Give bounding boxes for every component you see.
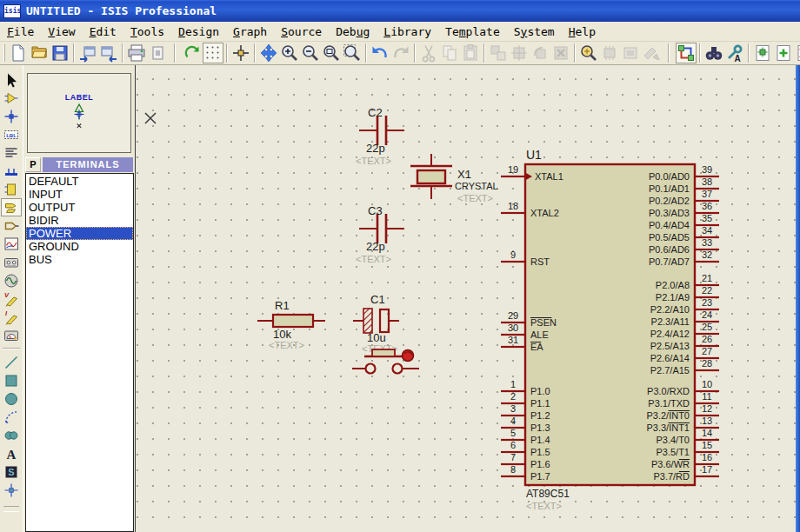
menu-system[interactable]: System bbox=[507, 23, 562, 40]
svg-text:8: 8 bbox=[510, 464, 516, 475]
device-pins-icon bbox=[3, 218, 19, 234]
text-script-mode-button[interactable] bbox=[1, 143, 22, 162]
menu-edit[interactable]: Edit bbox=[83, 23, 123, 40]
svg-text:S: S bbox=[8, 467, 14, 477]
schematic-canvas[interactable]: C222p<TEXT>C322p<TEXT>X1CRYSTAL<TEXT>R11… bbox=[135, 65, 796, 532]
preview-pane: LABEL bbox=[27, 73, 131, 153]
2d-box-mode-button[interactable] bbox=[1, 371, 22, 389]
redraw-icon bbox=[183, 43, 202, 63]
svg-text:27: 27 bbox=[702, 346, 712, 356]
svg-text:P3.1/TXD: P3.1/TXD bbox=[648, 398, 690, 409]
junction-dot-mode-button[interactable] bbox=[1, 107, 22, 125]
property-assignment-button[interactable]: A bbox=[724, 43, 745, 63]
component-mode-button[interactable] bbox=[1, 89, 22, 107]
menu-file[interactable]: File bbox=[0, 23, 41, 40]
pan-icon bbox=[259, 43, 278, 63]
terminals-mode-button[interactable] bbox=[1, 198, 22, 216]
2d-arc-mode-button[interactable] bbox=[1, 408, 22, 426]
2d-symbol-mode-button[interactable]: S bbox=[1, 462, 22, 481]
tape-recorder-mode-button[interactable] bbox=[1, 253, 22, 271]
terminal-item-power[interactable]: POWER bbox=[26, 227, 133, 240]
toolbar-separator bbox=[174, 43, 176, 63]
false-origin-button[interactable] bbox=[230, 43, 251, 63]
component-C2[interactable]: C222p<TEXT> bbox=[356, 106, 404, 166]
zoom-in-button[interactable] bbox=[279, 43, 300, 63]
2d-text-mode-button[interactable]: A bbox=[1, 444, 22, 462]
svg-text:P3.2/INT0: P3.2/INT0 bbox=[646, 410, 690, 421]
toggle-grid-button[interactable] bbox=[203, 43, 223, 63]
2d-circle-icon bbox=[3, 391, 19, 407]
menu-view[interactable]: View bbox=[41, 23, 82, 40]
import-section-button[interactable] bbox=[77, 43, 98, 63]
voltage-probe-mode-button[interactable]: V bbox=[1, 289, 22, 308]
pick-parts-button[interactable] bbox=[578, 43, 599, 63]
menu-library[interactable]: Library bbox=[377, 23, 438, 40]
zoom-area-icon bbox=[343, 43, 362, 63]
terminal-item-default[interactable]: DEFAULT bbox=[26, 175, 133, 188]
new-design-button[interactable] bbox=[8, 43, 29, 63]
new-root-sheet-button[interactable] bbox=[773, 43, 794, 63]
component-X1[interactable]: X1CRYSTAL<TEXT> bbox=[410, 154, 498, 203]
property-assignment-icon: A bbox=[725, 43, 744, 63]
search-tag-button[interactable] bbox=[703, 43, 724, 63]
terminal-item-output[interactable]: OUTPUT bbox=[26, 201, 133, 214]
svg-text:R1: R1 bbox=[275, 299, 290, 312]
junction-dot-icon bbox=[3, 109, 19, 124]
title-bar[interactable]: isis UNTITLED - ISIS Professional bbox=[0, 0, 800, 22]
zoom-area-button[interactable] bbox=[342, 43, 363, 63]
component-C3[interactable]: C322p<TEXT> bbox=[356, 204, 404, 264]
export-section-button[interactable] bbox=[98, 43, 119, 63]
open-design-button[interactable] bbox=[29, 43, 50, 63]
buses-mode-button[interactable] bbox=[1, 162, 22, 180]
export-section-icon bbox=[99, 43, 118, 63]
svg-text:25: 25 bbox=[702, 322, 712, 332]
svg-text:LBL: LBL bbox=[6, 132, 17, 137]
terminal-item-input[interactable]: INPUT bbox=[26, 188, 133, 201]
selection-pointer-mode-button[interactable] bbox=[1, 70, 22, 89]
2d-line-mode-button[interactable] bbox=[1, 353, 22, 371]
graphs-mode-button[interactable] bbox=[1, 235, 22, 253]
pan-button[interactable] bbox=[258, 43, 279, 63]
menu-source[interactable]: Source bbox=[274, 23, 329, 40]
svg-text:<TEXT>: <TEXT> bbox=[356, 156, 391, 166]
menu-graph[interactable]: Graph bbox=[226, 23, 274, 40]
design-explorer-button[interactable] bbox=[752, 43, 773, 63]
open-design-icon bbox=[30, 43, 49, 63]
2d-marker-mode-button[interactable] bbox=[1, 481, 22, 499]
terminal-item-ground[interactable]: GROUND bbox=[26, 240, 133, 253]
current-probe-mode-button[interactable]: I bbox=[1, 308, 22, 326]
terminal-item-bidir[interactable]: BIDIR bbox=[26, 214, 133, 227]
component-C1[interactable]: C110u<TEXT> bbox=[353, 293, 399, 354]
wire-label-mode-button[interactable]: LBL bbox=[1, 125, 22, 143]
virtual-instruments-mode-button[interactable] bbox=[1, 326, 22, 344]
wire-autorouter-button[interactable] bbox=[676, 43, 697, 63]
toolbox-sizer[interactable] bbox=[3, 506, 19, 512]
mark-output-area-button[interactable] bbox=[147, 43, 168, 63]
tape-recorder-icon bbox=[3, 255, 19, 270]
device-pins-mode-button[interactable] bbox=[1, 216, 22, 235]
svg-text:AT89C51: AT89C51 bbox=[526, 488, 570, 500]
2d-circle-mode-button[interactable] bbox=[1, 389, 22, 408]
schematic-drawing[interactable]: C222p<TEXT>C322p<TEXT>X1CRYSTAL<TEXT>R11… bbox=[136, 65, 800, 532]
svg-text:P2.0/A8: P2.0/A8 bbox=[656, 280, 690, 290]
print-button[interactable] bbox=[126, 43, 147, 63]
menu-tools[interactable]: Tools bbox=[123, 23, 171, 40]
generators-mode-button[interactable] bbox=[1, 271, 22, 289]
menu-debug[interactable]: Debug bbox=[329, 23, 377, 40]
menu-help[interactable]: Help bbox=[562, 23, 603, 40]
subcircuit-mode-button[interactable] bbox=[1, 180, 22, 198]
save-design-button[interactable] bbox=[50, 43, 70, 63]
zoom-all-button[interactable] bbox=[321, 43, 342, 63]
redraw-button[interactable] bbox=[182, 43, 203, 63]
component-U1[interactable]: U1AT89C51<TEXT>19XTAL118XTAL29RST29PSEN3… bbox=[501, 148, 719, 511]
menu-design[interactable]: Design bbox=[171, 23, 226, 40]
menu-template[interactable]: Template bbox=[438, 23, 507, 40]
pick-device-button[interactable]: P bbox=[25, 157, 41, 172]
component-R1[interactable]: R110k<TEXT> bbox=[257, 299, 325, 350]
sheet-origin-marker[interactable] bbox=[145, 113, 156, 123]
undo-button[interactable] bbox=[370, 43, 390, 63]
2d-path-mode-button[interactable] bbox=[1, 426, 22, 444]
terminal-item-bus[interactable]: BUS bbox=[26, 253, 133, 266]
zoom-out-button[interactable] bbox=[300, 43, 321, 63]
remove-sheet-button[interactable] bbox=[794, 43, 800, 63]
